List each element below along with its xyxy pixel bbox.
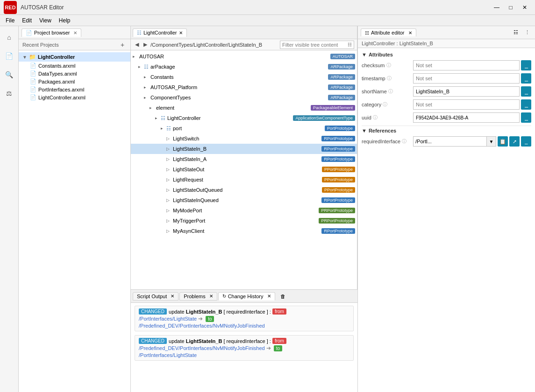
script-output-close[interactable]: ✕ [171,294,174,299]
tree-row-constants[interactable]: ▸ Constants ARPackage [131,72,357,82]
tree-row-lightstateoutqueued[interactable]: ▷ LightStateOutQueued PPortPrototype [131,185,357,195]
tree-row-autosar[interactable]: ▸ AUTOSAR AUTOSAR [131,51,357,62]
attr-input-timestamp[interactable] [413,73,520,84]
path-forward-button[interactable]: ▶ [142,41,149,48]
arrow-element[interactable]: ▸ [150,105,155,110]
tree-row-mymodeport[interactable]: ▷ MyModePort PRPortPrototype [131,205,357,216]
problems-close[interactable]: ✕ [209,294,213,299]
arrow-myasyncclient[interactable]: ▷ [166,229,172,233]
ref-clear-button[interactable]: ⎯ [521,136,531,147]
arrow-autosar[interactable]: ▸ [133,54,138,59]
arrow-lightstateoutqueued[interactable]: ▷ [166,188,172,192]
arrow-autosar-platform[interactable]: ▸ [144,85,150,90]
close-button[interactable]: ✕ [518,3,531,12]
attr-info-uuid[interactable]: ⓘ [373,114,378,121]
ref-copy-button[interactable]: 📋 [498,136,508,147]
maximize-button[interactable]: □ [504,3,517,12]
file-portinterfaces[interactable]: 📄 PortInterfaces.arxml [19,85,130,93]
attr-clear-shortname[interactable]: ⎯ [521,86,531,97]
arrow-lightstatein-b[interactable]: ▷ [166,147,172,151]
lightcontroller-tab[interactable]: ☷ LightController ✕ [133,28,187,37]
file-datatypes[interactable]: 📄 DataTypes.arxml [19,70,130,77]
ref-dropdown-btn[interactable]: ▼ [486,137,496,146]
sidebar-home-icon[interactable]: ⌂ [2,30,17,45]
tree-row-element[interactable]: ▸ element PackageableElement [131,103,357,113]
tree-row-arpackage[interactable]: ▸ ☷ arPackage ARPackage [131,62,357,72]
file-constants[interactable]: 📄 Constants.arxml [19,62,130,70]
attr-editor-tab-close[interactable]: ✕ [408,30,412,35]
bottom-panel-delete-btn[interactable]: 🗑 [278,291,288,301]
tab-problems[interactable]: Problems ✕ [179,292,217,301]
attr-input-wrap-category: ⎯ [413,99,531,110]
tree-row-autosar-platform[interactable]: ▸ AUTOSAR_Platform ARPackage [131,82,357,92]
arrow-lightcontroller[interactable]: ▸ [155,116,161,120]
tab-script-output[interactable]: Script Output ✕ [133,292,178,301]
tree-row-lightcontroller[interactable]: ▸ ☷ LightController ApplicationSwCompone… [131,113,357,123]
attr-input-uuid[interactable] [413,112,520,123]
tree-row-mytriggerport[interactable]: ▷ MyTriggerPort PRPortPrototype [131,216,357,226]
attr-options-btn[interactable]: ⋮ [522,28,532,38]
arrow-lightstateout[interactable]: ▷ [166,167,172,172]
arrow-lightswitch[interactable]: ▷ [166,136,172,141]
tab-change-history[interactable]: ↻ Change History ✕ [218,292,275,301]
attr-input-checksum[interactable] [413,60,520,70]
attr-info-checksum[interactable]: ⓘ [386,62,391,69]
attr-clear-uuid[interactable]: ⎯ [521,112,531,123]
ref-input-field[interactable] [414,138,486,145]
menu-file[interactable]: File [2,16,18,25]
path-back-button[interactable]: ◀ [134,41,140,48]
attr-clear-timestamp[interactable]: ⎯ [521,73,531,84]
minimize-button[interactable]: — [490,3,503,12]
attr-editor-tab[interactable]: ☷ Attribute editor ✕ [361,28,416,36]
filter-icon[interactable]: ☷ [348,42,352,47]
arrow-arpackage[interactable]: ▸ [138,64,144,69]
file-lightcontroller[interactable]: 📄 LightController.arxml [19,93,130,101]
arrow-mymodeport[interactable]: ▷ [166,208,172,213]
project-browser-close-icon[interactable]: ✕ [73,30,77,35]
filter-input[interactable] [282,42,348,48]
attr-clear-category[interactable]: ⎯ [521,99,531,110]
tree-row-lightstateinqueued[interactable]: ▷ LightStateInQueued RPortPrototype [131,195,357,205]
tree-row-lightrequest[interactable]: ▷ LightRequest PPortPrototype [131,175,357,185]
tree-row-componenttypes[interactable]: ▸ ComponentTypes ARPackage [131,92,357,103]
tree-row-port[interactable]: ▸ ☷ port PortPrototype [131,123,357,133]
tree-row-lightstatein-b[interactable]: ▷ LightStateIn_B RPortPrototype [131,144,357,154]
arrow-lightrequest[interactable]: ▷ [166,177,172,182]
tree-row-lightstatein-a[interactable]: ▷ LightStateIn_A RPortPrototype [131,154,357,164]
sidebar-scale-icon[interactable]: ⚖ [2,86,17,101]
attributes-section-label[interactable]: ▼ Attributes [362,52,531,57]
tree-row-lightstateout[interactable]: ▷ LightStateOut PPortPrototype [131,164,357,175]
bottom-tabs: Script Output ✕ Problems ✕ ↻ Change Hist… [131,290,357,303]
ref-external-button[interactable]: ➚ [509,136,520,147]
project-browser-tab[interactable]: 📄 Project browser ✕ [21,28,81,37]
arrow-componenttypes[interactable]: ▸ [144,95,150,100]
tree-tab-close[interactable]: ✕ [179,30,183,35]
attr-input-shortname[interactable] [413,86,520,97]
attr-info-timestamp[interactable]: ⓘ [387,75,392,82]
arrow-lightstateinqueued[interactable]: ▷ [166,198,172,203]
add-project-button[interactable]: + [118,41,127,49]
file-packages[interactable]: 📄 Packages.arxml [19,77,130,85]
tree-row-lightswitch[interactable]: ▷ LightSwitch RPortPrototype [131,133,357,144]
attr-expand-btn[interactable]: ☷ [511,28,521,38]
menu-view[interactable]: View [36,16,55,25]
attr-clear-checksum[interactable]: ⎯ [521,60,531,70]
sidebar-search-icon[interactable]: 🔍 [2,67,17,82]
menu-edit[interactable]: Edit [18,16,36,25]
tree-row-myasyncclient[interactable]: ▷ MyAsynClient RPortPrototype [131,226,357,236]
attr-info-required-interface[interactable]: ⓘ [402,138,407,145]
attr-row-checksum: checksum ⓘ ⎯ [362,60,531,70]
attr-input-category[interactable] [413,99,520,110]
references-section-label[interactable]: ▼ References [362,128,531,133]
arrow-constants[interactable]: ▸ [144,75,150,79]
tree-root-node[interactable]: ▼ 📁 LightController [19,52,130,62]
path-text: /ComponentTypes/LightController/LightSta… [150,42,262,48]
arrow-port[interactable]: ▸ [161,126,166,131]
menu-help[interactable]: Help [55,16,74,25]
attr-info-category[interactable]: ⓘ [383,101,387,108]
change-history-close[interactable]: ✕ [267,294,271,299]
sidebar-file-icon[interactable]: 📄 [2,49,17,63]
arrow-lightstatein-a[interactable]: ▷ [166,157,172,161]
attr-info-shortname[interactable]: ⓘ [388,88,393,95]
arrow-mytriggerport[interactable]: ▷ [166,218,172,223]
